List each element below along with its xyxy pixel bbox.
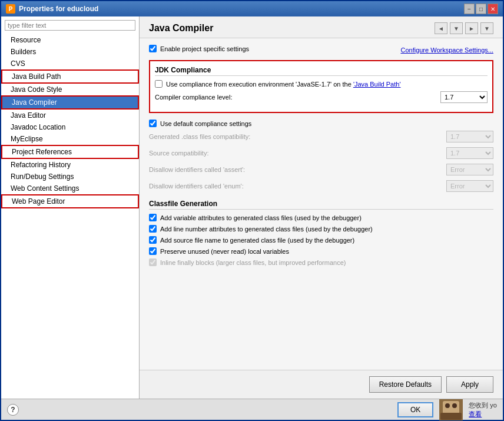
preserve-unused-label: Preserve unused (never read) local varia…	[160, 248, 289, 255]
java-build-path-link[interactable]: 'Java Build Path'	[353, 81, 401, 88]
generated-class-row: Generated .class files compatibility: 1.…	[149, 130, 493, 143]
use-default-row: Use default compliance settings	[149, 119, 493, 128]
sidebar-item-myeclipse[interactable]: MyEclipse	[1, 133, 139, 145]
add-source-file-checkbox[interactable]	[149, 236, 157, 244]
svg-rect-3	[440, 413, 462, 420]
sidebar-item-cvs[interactable]: CVS	[1, 58, 139, 69]
compliance-level-label: Compiler compliance level:	[155, 94, 440, 101]
content-area: ResourceBuildersCVSJava Build PathJava C…	[1, 16, 503, 399]
svg-rect-1	[445, 403, 450, 408]
sidebar-items: ResourceBuildersCVSJava Build PathJava C…	[1, 33, 139, 399]
minimize-button[interactable]: −	[464, 4, 475, 14]
inline-finally-checkbox	[149, 258, 157, 266]
sidebar-item-web-content-settings[interactable]: Web Content Settings	[1, 183, 139, 194]
nav-back-button[interactable]: ◄	[435, 22, 447, 34]
sidebar-item-java-compiler[interactable]: Java Compiler	[1, 95, 139, 110]
panel-title: Java Compiler	[149, 23, 213, 34]
classfile-cb-4: Preserve unused (never read) local varia…	[149, 247, 493, 256]
source-compat-select: 1.7	[446, 147, 493, 159]
enable-row: Enable project specific settings Configu…	[149, 44, 493, 55]
disallow-assert-row: Disallow identifiers called 'assert': Er…	[149, 163, 493, 176]
sidebar-item-run-debug-settings[interactable]: Run/Debug Settings	[1, 171, 139, 183]
title-bar: P Properties for educloud − □ ✕	[1, 1, 503, 16]
jdk-compliance-title: JDK Compliance	[155, 66, 488, 76]
use-compliance-row: Use compliance from execution environmen…	[155, 79, 488, 88]
disallow-enum-row: Disallow identifiers called 'enum': Erro…	[149, 180, 493, 193]
use-compliance-label: Use compliance from execution environmen…	[166, 81, 401, 88]
avatar	[439, 399, 463, 420]
jdk-compliance-section: JDK Compliance Use compliance from execu…	[149, 60, 493, 113]
default-compliance-section: Use default compliance settings Generate…	[149, 119, 493, 193]
notification-action[interactable]: 查看	[469, 410, 497, 419]
source-compat-row: Source compatibility: 1.7	[149, 147, 493, 160]
add-line-number-label: Add line number attributes to generated …	[160, 226, 373, 233]
add-variable-label: Add variable attributes to generated cla…	[160, 214, 362, 221]
enable-specific-label: Enable project specific settings	[160, 45, 249, 52]
generated-class-select: 1.7	[446, 131, 493, 142]
compliance-level-select[interactable]: 1.51.61.71.8	[440, 91, 488, 103]
use-default-checkbox[interactable]	[149, 120, 157, 127]
sidebar-item-java-build-path[interactable]: Java Build Path	[1, 69, 139, 84]
maximize-button[interactable]: □	[476, 4, 486, 14]
generated-class-label: Generated .class files compatibility:	[149, 133, 446, 140]
sidebar-item-builders[interactable]: Builders	[1, 46, 139, 58]
add-source-file-label: Add source file name to generated class …	[160, 237, 354, 244]
filter-input[interactable]	[5, 20, 135, 31]
source-compat-label: Source compatibility:	[149, 150, 446, 157]
dialog-title: Properties for educloud	[19, 5, 98, 13]
dialog-window: P Properties for educloud − □ ✕ Resource…	[0, 0, 504, 421]
ok-button[interactable]: OK	[397, 402, 433, 417]
configure-workspace-link[interactable]: Configure Workspace Settings...	[400, 47, 493, 54]
sidebar-item-javadoc-location[interactable]: Javadoc Location	[1, 121, 139, 133]
sidebar-item-java-code-style[interactable]: Java Code Style	[1, 84, 139, 95]
panel-nav: ◄ ▼ ► ▼	[435, 22, 493, 34]
classfile-cb-5: Inline finally blocks (larger class file…	[149, 258, 493, 267]
sidebar-item-web-page-editor[interactable]: Web Page Editor	[1, 194, 139, 208]
preserve-unused-checkbox[interactable]	[149, 247, 157, 255]
panel-header: Java Compiler ◄ ▼ ► ▼	[140, 16, 503, 38]
status-bar: ? OK 您收到 yo 查看	[1, 399, 503, 420]
nav-dropdown-button[interactable]: ▼	[450, 22, 463, 34]
compliance-level-row: Compiler compliance level: 1.51.61.71.8	[155, 91, 488, 104]
classfile-cb-3: Add source file name to generated class …	[149, 236, 493, 244]
title-controls: − □ ✕	[464, 4, 498, 14]
use-compliance-checkbox[interactable]	[155, 80, 163, 88]
sidebar-item-refactoring-history[interactable]: Refactoring History	[1, 159, 139, 171]
enable-specific-checkbox[interactable]	[149, 45, 157, 52]
sidebar: ResourceBuildersCVSJava Build PathJava C…	[1, 16, 140, 399]
add-variable-checkbox[interactable]	[149, 214, 157, 221]
add-line-number-checkbox[interactable]	[149, 225, 157, 233]
title-bar-left: P Properties for educloud	[6, 4, 98, 14]
enable-specific-row: Enable project specific settings	[149, 44, 249, 53]
help-button[interactable]: ?	[7, 404, 19, 416]
classfile-cb-1: Add variable attributes to generated cla…	[149, 213, 493, 222]
disallow-enum-select: Error	[446, 180, 493, 192]
classfile-cb-2: Add line number attributes to generated …	[149, 224, 493, 233]
restore-defaults-button[interactable]: Restore Defaults	[369, 376, 442, 393]
main-panel: Java Compiler ◄ ▼ ► ▼ Enable project spe…	[140, 16, 503, 399]
use-default-label: Use default compliance settings	[160, 120, 251, 127]
sidebar-item-resource[interactable]: Resource	[1, 34, 139, 46]
apply-button[interactable]: Apply	[446, 376, 493, 393]
close-button[interactable]: ✕	[488, 4, 498, 14]
app-icon: P	[6, 4, 15, 14]
notification-text: 您收到 yo	[469, 401, 497, 410]
sidebar-item-java-editor[interactable]: Java Editor	[1, 110, 139, 121]
disallow-assert-label: Disallow identifiers called 'assert':	[149, 166, 446, 173]
classfile-section: Classfile Generation Add variable attrib…	[149, 200, 493, 267]
nav-forward-button[interactable]: ►	[465, 22, 478, 34]
sidebar-item-project-references[interactable]: Project References	[1, 145, 139, 159]
button-bar: Restore Defaults Apply	[140, 370, 503, 399]
svg-rect-0	[443, 401, 459, 414]
inline-finally-label: Inline finally blocks (larger class file…	[160, 259, 346, 266]
panel-content: Enable project specific settings Configu…	[140, 38, 503, 370]
disallow-assert-select: Error	[446, 164, 493, 175]
disallow-enum-label: Disallow identifiers called 'enum':	[149, 183, 446, 190]
nav-menu-button[interactable]: ▼	[480, 22, 493, 34]
svg-rect-2	[452, 403, 457, 408]
classfile-title: Classfile Generation	[149, 200, 493, 210]
